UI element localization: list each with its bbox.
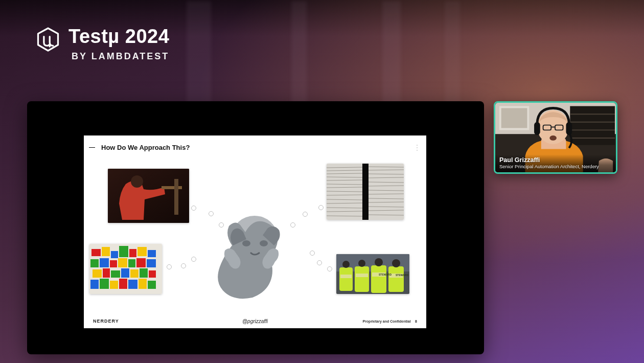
svg-rect-84 (570, 106, 615, 145)
speaker-name: Paul Grizzaffi (499, 156, 612, 164)
svg-rect-3 (162, 186, 182, 189)
svg-rect-38 (119, 246, 128, 257)
slide-brand: NERDERY (93, 319, 119, 324)
svg-rect-61 (139, 279, 147, 289)
connector-dot (191, 206, 196, 211)
svg-rect-54 (140, 268, 148, 278)
slide-image-lego (89, 244, 162, 294)
slide-image-papers (327, 164, 404, 220)
presentation-frame: How Do We Approach This? (27, 101, 484, 354)
svg-rect-72 (340, 275, 352, 278)
svg-point-80 (375, 258, 383, 266)
event-logo: Testµ 2024 BY LAMBDATEST (35, 27, 169, 62)
svg-point-78 (342, 261, 350, 268)
speaker-lower-third: Paul Grizzaffi Senior Principal Automati… (495, 154, 616, 172)
connector-dot (191, 257, 196, 262)
svg-rect-35 (91, 249, 101, 256)
svg-rect-41 (148, 250, 156, 257)
svg-rect-48 (147, 259, 156, 267)
svg-rect-59 (119, 279, 127, 289)
slide-content: How Do We Approach This? (84, 135, 426, 328)
speaker-title: Senior Principal Automation Architect, N… (499, 164, 612, 169)
svg-rect-62 (148, 281, 156, 289)
connector-dot (327, 266, 332, 271)
svg-rect-55 (149, 270, 156, 278)
svg-rect-39 (129, 249, 136, 257)
speaker-camera[interactable]: Paul Grizzaffi Senior Principal Automati… (494, 101, 617, 174)
slide-handle: @pgrizzaffi (242, 319, 268, 324)
svg-rect-71 (388, 266, 404, 292)
event-title: Testµ 2024 (68, 27, 169, 46)
connector-dot (303, 212, 308, 217)
svg-rect-47 (136, 258, 146, 267)
svg-rect-70 (371, 265, 386, 293)
svg-rect-60 (128, 280, 137, 289)
slide-header: How Do We Approach This? (89, 144, 190, 151)
svg-point-2 (131, 175, 143, 188)
connector-dot (167, 264, 172, 269)
slide-image-worker (108, 169, 189, 223)
svg-rect-56 (90, 280, 99, 289)
slide-page-number: 8 (415, 320, 417, 323)
connector-dot (310, 251, 315, 256)
svg-rect-37 (111, 251, 118, 258)
connector-dot (181, 263, 186, 268)
svg-rect-6 (362, 164, 369, 220)
slide-image-stewards: STEWARD STEWARD (336, 254, 409, 294)
slide-image-thinker (197, 215, 305, 302)
slide-title: How Do We Approach This? (101, 144, 190, 151)
testmu-logo-icon (35, 27, 61, 53)
connector-dot (290, 222, 295, 228)
svg-rect-4 (174, 179, 178, 215)
slide-confidential: Proprietary and Confidential (362, 320, 410, 323)
svg-rect-49 (93, 269, 102, 278)
connector-dot (219, 222, 224, 228)
svg-rect-73 (356, 274, 368, 277)
bg-streak (382, 1, 401, 108)
connector-dot (209, 211, 214, 216)
slide-menu-icon[interactable] (415, 145, 419, 151)
svg-point-97 (549, 135, 557, 141)
svg-point-65 (260, 240, 268, 246)
connector-dot (317, 260, 322, 265)
slide-title-dash (89, 147, 95, 148)
svg-rect-51 (111, 270, 120, 278)
svg-rect-68 (339, 267, 353, 291)
svg-rect-90 (501, 108, 527, 128)
svg-rect-69 (355, 266, 369, 292)
svg-rect-44 (110, 260, 117, 267)
svg-point-79 (358, 260, 365, 267)
svg-point-64 (242, 240, 250, 246)
svg-rect-58 (110, 281, 118, 289)
svg-rect-36 (102, 247, 110, 256)
svg-rect-53 (130, 269, 139, 278)
svg-text:STEWARD: STEWARD (379, 273, 392, 276)
svg-rect-46 (128, 259, 135, 267)
svg-rect-43 (100, 258, 109, 267)
svg-rect-57 (100, 279, 109, 289)
svg-rect-45 (118, 258, 127, 267)
slide-footer: NERDERY @pgrizzaffi Proprietary and Conf… (84, 314, 426, 328)
svg-point-81 (392, 259, 400, 267)
svg-rect-52 (121, 268, 129, 278)
svg-rect-92 (534, 122, 540, 135)
svg-text:STEWARD: STEWARD (396, 274, 408, 277)
svg-rect-40 (137, 247, 147, 256)
svg-rect-42 (90, 259, 99, 267)
connector-dot (318, 205, 324, 210)
bg-streak (291, 1, 307, 114)
event-subtitle: BY LAMBDATEST (68, 51, 169, 62)
svg-rect-50 (103, 268, 110, 278)
